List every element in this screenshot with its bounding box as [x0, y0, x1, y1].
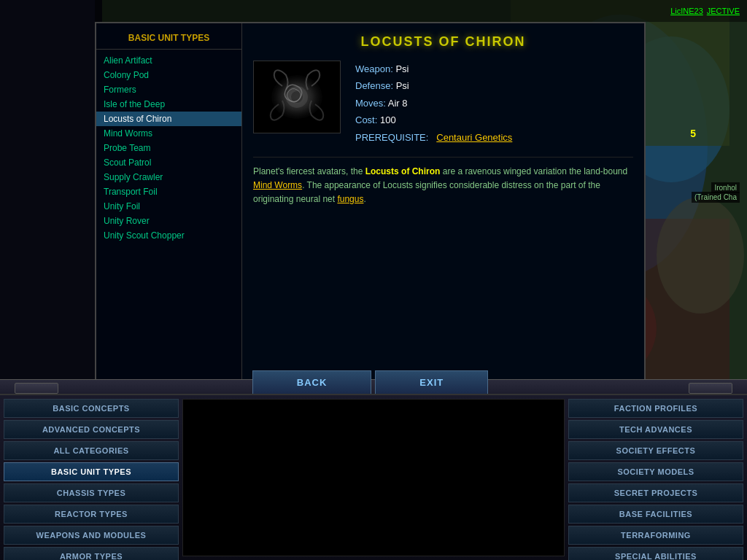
unit-stats: Weapon: Psi Defense: Psi Moves: Air 8 Co… — [355, 61, 512, 146]
weapon-stat: Weapon: Psi — [355, 61, 512, 77]
back-button[interactable]: BACK — [252, 370, 372, 394]
desc-highlight-1: Locusts of Chiron — [365, 166, 441, 176]
nav-btn-base-facilities[interactable]: BASE FACILITIES — [568, 505, 743, 524]
unit-list-item-unity-foil[interactable]: Unity Foil — [96, 199, 241, 214]
desc-text-3: . The appearance of Locusts signifies co… — [253, 180, 600, 204]
nav-btn-secret-projects[interactable]: SECRET PROJECTS — [568, 483, 743, 502]
nav-btn-special-abilities[interactable]: SPECIAL ABILITIES — [568, 547, 743, 560]
desc-text-2: are a ravenous winged variation the land… — [440, 166, 627, 176]
defense-label: Defense: — [355, 80, 393, 91]
nav-btn-all-categories[interactable]: ALL CATEGORIES — [4, 441, 179, 460]
nav-btn-weapons-modules[interactable]: WEAPONS AND MODULES — [4, 526, 179, 545]
detail-content: Weapon: Psi Defense: Psi Moves: Air 8 Co… — [253, 61, 633, 146]
detail-panel: LOCUSTS OF CHIRON — [242, 23, 644, 385]
weapon-value: Psi — [395, 63, 409, 74]
top-links: LicINE23 JECTIVE — [670, 7, 740, 15]
map-unit-label2: (Trained Cha — [692, 192, 740, 203]
detail-title: LOCUSTS OF CHIRON — [253, 34, 633, 50]
desc-link-2[interactable]: fungus — [337, 194, 363, 204]
weapon-label: Weapon: — [355, 63, 393, 74]
top-bar: LicINE23 JECTIVE — [95, 0, 747, 22]
desc-text-4: . — [363, 194, 365, 204]
nav-btn-chassis-types[interactable]: CHASSIS TYPES — [4, 483, 179, 502]
main-panel: BASIC UNIT TYPES Alien ArtifactColony Po… — [95, 22, 646, 386]
nav-btn-society-models[interactable]: SOCIETY MODELS — [568, 462, 743, 481]
unit-list-item-isle-of-deep[interactable]: Isle of the Deep — [96, 97, 241, 112]
prereq-stat: PREREQUISITE: Centauri Genetics — [355, 129, 512, 146]
defense-value: Psi — [396, 80, 409, 91]
nav-btn-armor-types[interactable]: ARMOR TYPES — [4, 547, 179, 560]
nav-btn-tech-advances[interactable]: TECH ADVANCES — [568, 420, 743, 439]
unit-list-item-locusts-of-chiron[interactable]: Locusts of Chiron — [96, 112, 241, 126]
desc-link-1[interactable]: Mind Worms — [253, 180, 302, 190]
nav-btn-society-effects[interactable]: SOCIETY EFFECTS — [568, 441, 743, 460]
nav-btn-reactor-types[interactable]: REACTOR TYPES — [4, 505, 179, 524]
prereq-value[interactable]: Centauri Genetics — [436, 132, 512, 143]
bottom-nav: BASIC CONCEPTSADVANCED CONCEPTSALL CATEG… — [0, 394, 747, 560]
nav-btn-advanced-concepts[interactable]: ADVANCED CONCEPTS — [4, 420, 179, 439]
unit-list-item-scout-patrol[interactable]: Scout Patrol — [96, 155, 241, 170]
nav-btn-terraforming[interactable]: TERRAFORMING — [568, 526, 743, 545]
frame-knob-right — [689, 383, 732, 394]
nav-left: BASIC CONCEPTSADVANCED CONCEPTSALL CATEG… — [4, 399, 179, 556]
nav-btn-faction-profiles[interactable]: FACTION PROFILES — [568, 399, 743, 418]
nav-right: FACTION PROFILESTECH ADVANCESSOCIETY EFF… — [568, 399, 743, 556]
nav-center — [182, 399, 565, 556]
moves-value: Air 8 — [388, 98, 408, 109]
map-badge: 5 — [690, 128, 696, 139]
moves-label: Moves: — [355, 98, 386, 109]
unit-list-item-supply-crawler[interactable]: Supply Crawler — [96, 170, 241, 184]
unit-list-title: BASIC UNIT TYPES — [96, 27, 241, 50]
defense-stat: Defense: Psi — [355, 77, 512, 94]
svg-point-7 — [657, 197, 744, 314]
top-link-2[interactable]: JECTIVE — [707, 7, 740, 15]
frame-knob-left — [15, 383, 58, 394]
unit-list-item-mind-worms[interactable]: Mind Worms — [96, 126, 241, 141]
cost-stat: Cost: 100 — [355, 112, 512, 128]
prereq-label: PREREQUISITE: — [355, 132, 428, 143]
unit-list: Alien ArtifactColony PodFormersIsle of t… — [96, 53, 241, 243]
unit-list-item-formers[interactable]: Formers — [96, 82, 241, 97]
unit-list-item-unity-scout-chopper[interactable]: Unity Scout Chopper — [96, 228, 241, 243]
unit-list-item-alien-artifact[interactable]: Alien Artifact — [96, 53, 241, 68]
nav-btn-basic-concepts[interactable]: BASIC CONCEPTS — [4, 399, 179, 418]
cost-value: 100 — [380, 114, 396, 125]
svg-rect-6 — [0, 0, 102, 394]
unit-image — [253, 61, 341, 133]
nav-btn-basic-unit-types[interactable]: BASIC UNIT TYPES — [4, 462, 179, 481]
cost-label: Cost: — [355, 114, 377, 125]
unit-list-item-probe-team[interactable]: Probe Team — [96, 141, 241, 155]
unit-list-item-colony-pod[interactable]: Colony Pod — [96, 68, 241, 82]
exit-button[interactable]: EXIT — [375, 370, 488, 394]
moves-stat: Moves: Air 8 — [355, 95, 512, 112]
top-link-1[interactable]: LicINE23 — [670, 7, 703, 15]
desc-text-1: Planet's fiercest avatars, the — [253, 166, 365, 176]
unit-description: Planet's fiercest avatars, the Locusts o… — [253, 157, 633, 207]
unit-list-item-transport-foil[interactable]: Transport Foil — [96, 184, 241, 199]
unit-image-svg — [260, 64, 333, 130]
unit-list-panel: BASIC UNIT TYPES Alien ArtifactColony Po… — [96, 23, 242, 385]
unit-list-item-unity-rover[interactable]: Unity Rover — [96, 214, 241, 228]
